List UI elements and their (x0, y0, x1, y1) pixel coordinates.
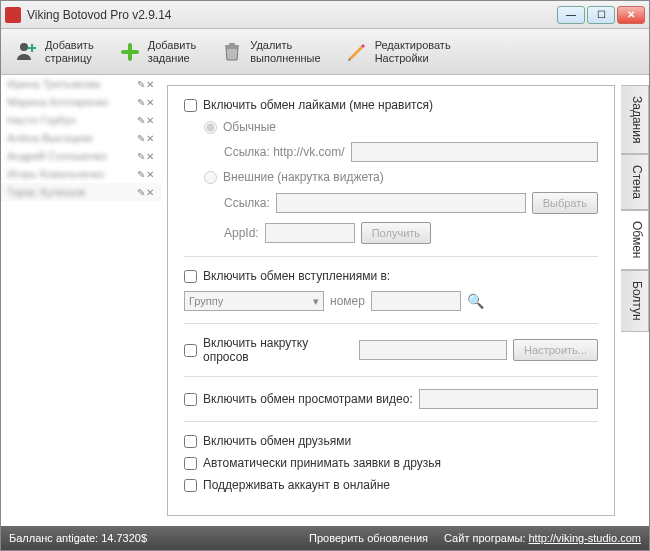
site-link[interactable]: http://viking-studio.com (529, 532, 642, 544)
auto-accept-checkbox[interactable]: Автоматически принимать заявки в друзья (184, 456, 441, 470)
sidebar-item[interactable]: Марина Котляренко✎✕ (1, 93, 161, 111)
minimize-button[interactable]: — (557, 6, 585, 24)
add-task-label-1: Добавить (148, 39, 197, 51)
plus-icon (118, 40, 142, 64)
sidebar-item-active[interactable]: Тарас Кулешов✎✕ (1, 183, 161, 201)
ext-link-label: Ссылка: (224, 196, 270, 210)
search-icon[interactable]: 🔍 (467, 293, 484, 309)
add-page-button[interactable]: Добавить страницу (7, 36, 102, 66)
delete-done-label-1: Удалить (250, 39, 320, 51)
titlebar: Viking Botovod Pro v2.9.14 — ☐ ✕ (1, 1, 649, 29)
edit-label-2: Настройки (375, 52, 451, 64)
tab-tasks[interactable]: Задания (621, 85, 649, 154)
ext-link-input[interactable] (276, 193, 526, 213)
joins-enable-checkbox[interactable]: Включить обмен вступлениями в: (184, 269, 390, 283)
number-label: номер (330, 294, 365, 308)
svg-rect-2 (28, 47, 36, 49)
friends-enable-checkbox[interactable]: Включить обмен друзьями (184, 434, 351, 448)
delete-done-button[interactable]: Удалить выполненные (212, 36, 328, 66)
likes-link-label: Ссылка: http://vk.com/ (224, 145, 345, 159)
sidebar-item[interactable]: Настя Горбун✎✕ (1, 111, 161, 129)
row-tools[interactable]: ✎✕ (137, 151, 155, 162)
sidebar-item[interactable]: Игорь Ковальченко✎✕ (1, 165, 161, 183)
row-tools[interactable]: ✎✕ (137, 133, 155, 144)
appid-input[interactable] (265, 223, 355, 243)
keep-online-checkbox[interactable]: Поддерживать аккаунт в онлайне (184, 478, 390, 492)
likes-external-radio[interactable]: Внешние (накрутка виджета) (204, 170, 384, 184)
pencil-icon (345, 40, 369, 64)
number-input[interactable] (371, 291, 461, 311)
exchange-panel: Включить обмен лайками (мне нравится) Об… (167, 85, 615, 516)
videos-input[interactable] (419, 389, 598, 409)
svg-rect-5 (225, 45, 239, 48)
get-button[interactable]: Получить (361, 222, 431, 244)
polls-enable-checkbox[interactable]: Включить накрутку опросов (184, 336, 353, 364)
toolbar: Добавить страницу Добавить задание Удали… (1, 29, 649, 75)
window-title: Viking Botovod Pro v2.9.14 (27, 8, 172, 22)
edit-settings-button[interactable]: Редактировать Настройки (337, 36, 459, 66)
vertical-tabs: Задания Стена Обмен Болтун (621, 85, 649, 526)
check-updates-link[interactable]: Проверить обновления (309, 532, 428, 544)
likes-link-input[interactable] (351, 142, 598, 162)
person-add-icon (15, 40, 39, 64)
row-tools[interactable]: ✎✕ (137, 79, 155, 90)
configure-button[interactable]: Настроить... (513, 339, 598, 361)
tab-chatter[interactable]: Болтун (621, 270, 649, 332)
videos-enable-checkbox[interactable]: Включить обмен просмотрами видео: (184, 392, 413, 406)
sidebar-item[interactable]: Ирина Третьякова✎✕ (1, 75, 161, 93)
likes-normal-radio[interactable]: Обычные (204, 120, 276, 134)
add-page-label-2: страницу (45, 52, 94, 64)
add-task-label-2: задание (148, 52, 197, 64)
trash-icon (220, 40, 244, 64)
chevron-down-icon: ▾ (313, 295, 319, 308)
row-tools[interactable]: ✎✕ (137, 187, 155, 198)
status-bar: Балланс antigate: 14.7320$ Проверить обн… (1, 526, 649, 550)
delete-done-label-2: выполненные (250, 52, 320, 64)
maximize-button[interactable]: ☐ (587, 6, 615, 24)
row-tools[interactable]: ✎✕ (137, 97, 155, 108)
polls-input[interactable] (359, 340, 507, 360)
choose-button[interactable]: Выбрать (532, 192, 598, 214)
sidebar-item[interactable]: Андрей Солошенко✎✕ (1, 147, 161, 165)
tab-exchange[interactable]: Обмен (621, 210, 649, 270)
svg-rect-4 (121, 50, 139, 54)
svg-point-0 (20, 43, 28, 51)
row-tools[interactable]: ✎✕ (137, 169, 155, 180)
account-sidebar: Ирина Третьякова✎✕ Марина Котляренко✎✕ Н… (1, 75, 161, 526)
sidebar-item[interactable]: Алёна Высоцкая✎✕ (1, 129, 161, 147)
close-button[interactable]: ✕ (617, 6, 645, 24)
tab-wall[interactable]: Стена (621, 154, 649, 210)
group-select[interactable]: Группу▾ (184, 291, 324, 311)
svg-rect-6 (229, 43, 235, 45)
add-page-label-1: Добавить (45, 39, 94, 51)
balance-text: Балланс antigate: 14.7320$ (9, 532, 147, 544)
likes-enable-checkbox[interactable]: Включить обмен лайками (мне нравится) (184, 98, 433, 112)
app-icon (5, 7, 21, 23)
edit-label-1: Редактировать (375, 39, 451, 51)
row-tools[interactable]: ✎✕ (137, 115, 155, 126)
appid-label: AppId: (224, 226, 259, 240)
add-task-button[interactable]: Добавить задание (110, 36, 205, 66)
site-label: Сайт програмы: (444, 532, 525, 544)
